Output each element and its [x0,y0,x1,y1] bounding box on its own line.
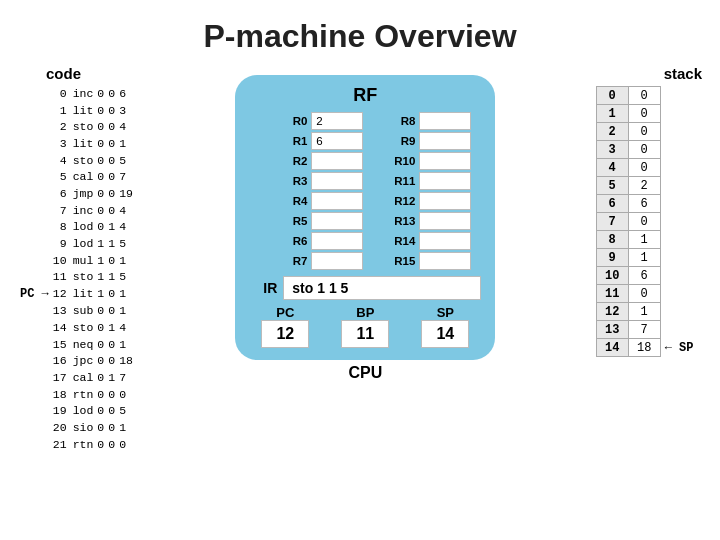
code-row: 3lit001 [18,136,135,153]
code-row: 4sto005 [18,153,135,170]
pc-arrow: PC → [18,286,51,303]
sp-cell-value: 14 [421,320,469,348]
stack-row: 66 [596,195,701,213]
pc-bp-sp-row: PC 12 BP 11 SP 14 [249,305,481,348]
code-row: 18rtn000 [18,387,135,404]
sp-cell-label: SP [437,305,454,320]
stack-row: 81 [596,231,701,249]
stack-row: 10 [596,105,701,123]
code-section: code 0inc0061lit0032sto0043lit0014sto005… [18,65,135,454]
code-row: 19lod005 [18,403,135,420]
code-row: 0inc006 [18,86,135,103]
code-row: 16jpc0018 [18,353,135,370]
stack-label: stack [596,65,702,82]
stack-row: 1418← SP [596,339,701,357]
sp-arrow [660,249,701,267]
code-row: 7inc004 [18,203,135,220]
stack-row: 110 [596,285,701,303]
pc-arrow [18,86,51,103]
rf-reg-cell-right [419,192,471,210]
pc-arrow [18,320,51,337]
sp-arrow [660,123,701,141]
rf-reg-label: R2 [273,152,311,170]
rf-reg-label-right: R15 [365,252,419,270]
rf-reg-cell [311,232,363,250]
pc-arrow [18,403,51,420]
stack-row: 70 [596,213,701,231]
rf-reg-cell-right [419,112,471,130]
stack-table: 001020304052667081911061101211371418← SP [596,86,702,357]
stack-row: 20 [596,123,701,141]
code-row: 6jmp0019 [18,186,135,203]
rf-reg-label-right: R9 [365,132,419,150]
sp-arrow [660,303,701,321]
ir-row: IR sto 1 1 5 [249,276,481,300]
pc-arrow [18,253,51,270]
rf-reg-label-right: R12 [365,192,419,210]
stack-row: 137 [596,321,701,339]
pc-arrow [18,269,51,286]
rf-label: RF [353,85,377,106]
code-table: 0inc0061lit0032sto0043lit0014sto0055cal0… [18,86,135,454]
code-row: 17cal017 [18,370,135,387]
sp-arrow [660,321,701,339]
page-title: P-machine Overview [0,0,720,65]
stack-sp-row: 001020304052667081911061101211371418← SP [596,86,702,357]
rf-reg-cell: 2 [311,112,363,130]
rf-grid: R02R8R16R9R2R10R3R11R4R12R5R13R6R14R7R15 [273,112,457,270]
pc-arrow [18,119,51,136]
sp-arrow [660,177,701,195]
rf-reg-label-right: R8 [365,112,419,130]
bp-cell: BP 11 [329,305,401,348]
code-row: 14sto014 [18,320,135,337]
sp-arrow [660,141,701,159]
rf-reg-label: R5 [273,212,311,230]
sp-arrow [660,267,701,285]
sp-cell: SP 14 [409,305,481,348]
pc-arrow [18,203,51,220]
stack-row: 52 [596,177,701,195]
rf-reg-label-right: R13 [365,212,419,230]
code-row: 13sub001 [18,303,135,320]
pc-arrow [18,186,51,203]
stack-section: stack 0010203040526670819110611012113714… [596,65,702,357]
pc-arrow [18,420,51,437]
code-row: 10mul101 [18,253,135,270]
rf-reg-cell-right [419,132,471,150]
code-row: 15neq001 [18,337,135,354]
rf-reg-cell-right [419,172,471,190]
code-row: 8lod014 [18,219,135,236]
rf-reg-cell-right [419,252,471,270]
sp-arrow [660,87,701,105]
rf-reg-cell [311,172,363,190]
ir-label: IR [249,280,277,296]
rf-reg-cell-right [419,232,471,250]
rf-reg-cell [311,192,363,210]
code-row: 1lit003 [18,103,135,120]
rf-reg-label: R0 [273,112,311,130]
code-label: code [46,65,81,82]
rf-reg-cell [311,152,363,170]
sp-arrow [660,213,701,231]
bp-cell-value: 11 [341,320,389,348]
rf-reg-cell-right [419,152,471,170]
rf-reg-label: R1 [273,132,311,150]
stack-row: 91 [596,249,701,267]
sp-arrow [660,105,701,123]
pc-arrow [18,387,51,404]
pc-arrow [18,136,51,153]
code-row: 5cal007 [18,169,135,186]
pc-arrow [18,353,51,370]
sp-arrow: ← SP [660,339,701,357]
code-row: 11sto115 [18,269,135,286]
rf-reg-label: R4 [273,192,311,210]
stack-row: 121 [596,303,701,321]
stack-row: 30 [596,141,701,159]
sp-arrow [660,195,701,213]
cpu-box: RF R02R8R16R9R2R10R3R11R4R12R5R13R6R14R7… [235,75,495,360]
rf-reg-cell [311,252,363,270]
pc-arrow [18,303,51,320]
rf-reg-label: R7 [273,252,311,270]
rf-reg-label: R3 [273,172,311,190]
cpu-section: RF R02R8R16R9R2R10R3R11R4R12R5R13R6R14R7… [235,75,495,382]
